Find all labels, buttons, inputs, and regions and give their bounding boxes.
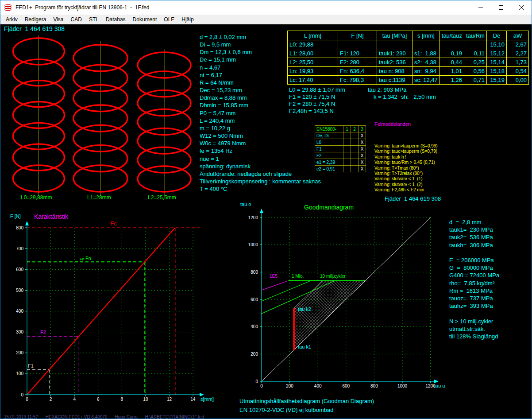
results-cell: 15,14	[486, 58, 506, 67]
results-cell: Lc: 17,40	[288, 76, 338, 85]
spring-param-line: L = 240,4 mm	[200, 117, 321, 124]
menu-item-stl[interactable]: STL	[85, 16, 102, 23]
svg-text:10: 10	[143, 397, 148, 402]
material-line: taukh= 306 MPa	[449, 241, 499, 249]
results-cell: tau n: 908	[377, 67, 412, 76]
material-line: tauk1= 230 MPa	[449, 226, 499, 233]
warning-list: Varning: taun>tauperm (S=0,99)Varning: t…	[374, 144, 438, 193]
window-controls	[470, 0, 532, 15]
en15800-mark-cell	[343, 166, 351, 172]
results-cell	[377, 40, 412, 49]
results-row: Ln: 19,93Fn: 636,4tau n: 908sn: 9,941,01…	[288, 67, 529, 76]
warning-line: Varning: tauo/Rm > 0.45 (0,71)	[374, 160, 438, 165]
warning-line: Varning: tauc>tauperm (S=0,79)	[374, 149, 438, 154]
material-line: tauoz= 737 MPa	[449, 295, 499, 302]
svg-text:600: 600	[251, 297, 258, 302]
material-line: N > 10 milj.cykler	[449, 318, 499, 325]
results-cell: 1,01	[439, 67, 464, 76]
goodman-chart: 1E51 Mio.10 milj.cyklertau k2tau k102004…	[235, 202, 456, 410]
svg-text:6: 6	[97, 397, 100, 402]
tolerance-sh: sh: 2,50 mm	[401, 93, 436, 100]
en15800-mark-cell	[351, 146, 359, 152]
results-row: L2: 25,50F2: 280tauk2: 536s2: 4,380,440,…	[288, 58, 529, 67]
spring-id-heading: Fjäder 1 464 619 308	[4, 25, 65, 32]
menu-item-databas[interactable]: Databas	[102, 16, 129, 23]
en15800-mark-cell: X	[359, 166, 366, 172]
svg-text:100: 100	[16, 371, 23, 376]
en15800-title: EN15800-	[315, 126, 343, 132]
spring-param-line: T = 400 °C	[200, 185, 321, 193]
minimize-icon	[478, 5, 483, 10]
warning-line: Varning: F2,48h < F2 min	[374, 187, 438, 193]
minimize-button[interactable]	[470, 0, 491, 15]
results-cell: Fn: 636,4	[338, 67, 377, 76]
spring-param-line: fe = 1354 Hz	[200, 147, 321, 155]
material-line: d = 2,8 mm	[449, 218, 499, 226]
spring-length-label-l2: L2=25,5mm	[148, 194, 176, 201]
spring-length-label-l0: L0=29,88mm	[21, 194, 52, 201]
warning-line: Varning: slutvarv < 1 (1)	[374, 176, 438, 182]
en15800-col-header: 3	[359, 126, 366, 132]
tolerance-f2: F2 = 280 ± 75,4 N	[289, 101, 335, 107]
menu-item-hjälp[interactable]: Hjälp	[178, 16, 197, 23]
en15800-col-header: 1	[343, 126, 351, 132]
material-line: G400 = 72400 MPa	[449, 272, 499, 279]
menu-item-dokument[interactable]: Dokument	[129, 16, 161, 23]
results-cell: L1: 28,00	[288, 49, 338, 58]
spring-param-line: m = 10,22 g	[200, 124, 321, 132]
results-cell	[439, 40, 464, 49]
material-line	[449, 310, 499, 317]
svg-text:1000: 1000	[397, 384, 408, 388]
messages-title: Felmeddelanden	[374, 121, 438, 127]
results-cell	[412, 40, 440, 49]
material-line: Rm = 1613 MPa	[449, 287, 499, 295]
en15800-mark-cell: X	[359, 139, 366, 146]
menu-item-redigera[interactable]: Redigera	[21, 16, 50, 23]
menu-item-arkiv[interactable]: Arkiv	[2, 16, 21, 23]
en15800-row: L0X	[315, 139, 366, 146]
svg-text:800: 800	[251, 270, 258, 275]
svg-text:400: 400	[314, 384, 322, 388]
results-cell: s1: 1,88	[412, 49, 440, 58]
en15800-header-row: EN15800-123	[315, 126, 366, 132]
en15800-mark-cell	[351, 166, 359, 172]
en15800-row: F1X	[315, 146, 366, 152]
close-button[interactable]	[511, 0, 532, 15]
svg-text:800: 800	[370, 384, 378, 388]
svg-text:Fn: Fn	[85, 256, 91, 261]
results-cell: 1,73	[506, 58, 528, 67]
material-line	[449, 249, 499, 256]
warning-line: Varning: T>T2relax (80°)	[374, 171, 438, 176]
main-canvas: Fjäder 1 464 619 308 L0=29,88mm L1=28mm …	[0, 24, 532, 419]
menu-item-cad[interactable]: CAD	[67, 16, 85, 23]
en15800-col-header: 2	[351, 126, 359, 132]
en15800-mark-cell	[351, 159, 359, 166]
spring-param-line: Ändutförande: nedlagda och slipade	[200, 170, 321, 178]
svg-text:0: 0	[255, 379, 258, 384]
svg-text:Fc: Fc	[110, 220, 117, 227]
en15800-mark-cell	[351, 132, 359, 139]
tolerance-tau-z: tau z: 903 MPa	[368, 86, 406, 93]
svg-text:Karaktäristik: Karaktäristik	[34, 213, 69, 220]
titlebar: FED1+ Program för tryckfjädrar till EN 1…	[0, 0, 532, 15]
svg-text:400: 400	[16, 309, 23, 314]
svg-text:0: 0	[260, 384, 263, 388]
results-cell: sn: 9,94	[412, 67, 440, 76]
results-column-header: tau/Rm	[464, 31, 487, 40]
results-cell: sc: 12,47	[412, 76, 440, 85]
results-row: L0: 29,8815,102,67	[288, 40, 529, 49]
svg-text:12: 12	[167, 397, 172, 402]
menu-item-ole[interactable]: OLE	[160, 16, 178, 23]
material-line: G = 80000 MPa	[449, 264, 499, 272]
menu-item-visa[interactable]: Visa	[50, 16, 67, 23]
svg-text:200: 200	[16, 350, 23, 355]
svg-text:F1: F1	[28, 363, 34, 369]
material-line: till 128% Slaglängd	[449, 333, 499, 340]
svg-text:200: 200	[286, 384, 293, 388]
en15800-row-label: e2 = 0,91	[315, 166, 343, 172]
svg-text:Goodmandiagram: Goodmandiagram	[304, 204, 354, 211]
svg-text:4: 4	[73, 397, 76, 402]
svg-text:700: 700	[16, 246, 23, 251]
results-cell	[464, 40, 487, 49]
maximize-button[interactable]	[491, 0, 511, 15]
